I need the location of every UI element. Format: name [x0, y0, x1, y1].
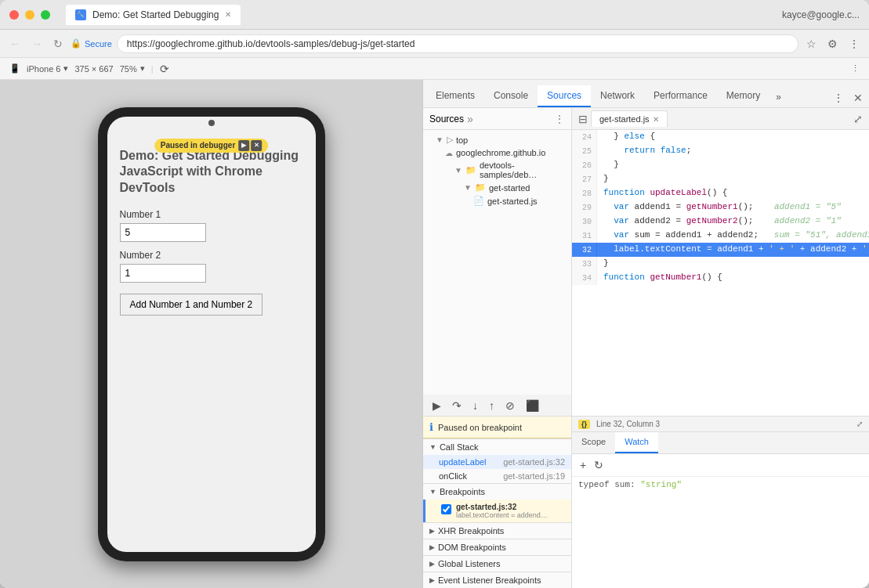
pause-exceptions-button[interactable]: ⬛	[523, 398, 542, 413]
code-editor[interactable]: 24 } else { 25 return false; 26 }	[572, 130, 869, 416]
event-listener-breakpoints-label: Event Listener Breakpoints	[438, 575, 541, 585]
browser-tab[interactable]: 🔧 Demo: Get Started Debugging ✕	[66, 5, 241, 25]
zoom-dropdown-icon: ▾	[140, 63, 145, 74]
phone-mockup: Paused in debugger ▶ ✕ Demo: Get Started…	[98, 107, 325, 561]
traffic-lights	[9, 10, 50, 20]
toolbar-right: ⋮	[851, 63, 860, 74]
forward-button[interactable]: →	[28, 34, 45, 53]
watch-scope-tabs: Scope Watch	[572, 432, 869, 454]
watch-expr-text: typeof sum:	[578, 480, 640, 489]
refresh-button[interactable]: ↻	[50, 34, 66, 53]
expand-icon[interactable]: ⤢	[856, 420, 863, 428]
add-watch-button[interactable]: +	[578, 457, 588, 473]
sources-menu-button[interactable]: ⋮	[554, 113, 565, 125]
paused-in-debugger-badge: Paused in debugger ▶ ✕	[154, 139, 269, 153]
pause-stop-ctrl[interactable]: ✕	[251, 140, 262, 151]
pause-resume-ctrl[interactable]: ▶	[238, 140, 249, 151]
line-number: 25	[572, 144, 597, 158]
tab-performance[interactable]: Performance	[644, 85, 717, 107]
code-line-28: 28 function updateLabel() {	[572, 186, 869, 200]
line-number: 30	[572, 215, 597, 229]
code-tabs: ⊟ get-started.js ✕ ⤢	[572, 108, 869, 130]
breakpoint-info: get-started.js:32 label.textContent = ad…	[456, 503, 548, 519]
zoom-selector[interactable]: 75% ▾	[120, 63, 145, 74]
line-number: 26	[572, 158, 597, 172]
add-button[interactable]: Add Number 1 and Number 2	[120, 294, 263, 316]
breakpoints-title: Breakpoints	[440, 487, 485, 496]
devtools-settings-button[interactable]: ⋮	[830, 88, 847, 107]
back-button[interactable]: ←	[6, 34, 24, 53]
xhr-breakpoints-header[interactable]: ▶ XHR Breakpoints	[423, 523, 571, 539]
close-button[interactable]	[9, 10, 19, 20]
deactivate-button[interactable]: ⊘	[502, 398, 518, 413]
browser-window: 🔧 Demo: Get Started Debugging ✕ kayce@go…	[0, 0, 869, 588]
code-tab-close-button[interactable]: ✕	[653, 115, 659, 124]
global-listeners-header[interactable]: ▶ Global Listeners	[423, 556, 571, 572]
step-out-button[interactable]: ↑	[486, 398, 498, 413]
breakpoint-code: label.textContent = addend…	[456, 511, 548, 519]
secure-badge: 🔒 Secure	[71, 38, 112, 49]
number2-label: Number 2	[120, 250, 303, 261]
dimension-display: 375 × 667	[74, 64, 113, 74]
dom-breakpoints-header[interactable]: ▶ DOM Breakpoints	[423, 539, 571, 555]
address-bar: ← → ↻ 🔒 Secure https://googlechrome.gith…	[0, 30, 869, 58]
tab-sources[interactable]: Sources	[538, 85, 591, 107]
user-info: kayce@google.c...	[782, 9, 860, 20]
number1-input[interactable]	[120, 223, 206, 242]
event-listener-breakpoints-header[interactable]: ▶ Event Listener Breakpoints	[423, 572, 571, 588]
tree-item-label: devtools-samples/deb…	[480, 161, 565, 179]
tree-item-domain[interactable]: ☁ googlechrome.github.io	[423, 146, 571, 159]
maximize-button[interactable]	[41, 10, 50, 20]
info-icon: ℹ	[429, 421, 433, 433]
call-stack-header[interactable]: ▼ Call Stack	[423, 439, 571, 455]
line-col-status: Line 32, Column 3	[596, 420, 660, 428]
extension-button[interactable]: ⚙	[824, 34, 841, 53]
lock-icon: 🔒	[71, 38, 81, 49]
tree-item-folder[interactable]: ▼ 📁 devtools-samples/deb…	[423, 159, 571, 181]
breakpoints-header[interactable]: ▼ Breakpoints	[423, 484, 571, 500]
resume-button[interactable]: ▶	[429, 398, 444, 413]
tree-item-get-started[interactable]: ▼ 📁 get-started	[423, 181, 571, 194]
step-over-button[interactable]: ↷	[449, 398, 465, 413]
tab-console[interactable]: Console	[484, 85, 538, 107]
number2-input[interactable]	[120, 264, 206, 283]
caret-icon: ▶	[429, 576, 435, 584]
code-text: }	[597, 172, 869, 186]
paused-text: Paused on breakpoint	[438, 423, 522, 432]
breakpoint-item[interactable]: get-started.js:32 label.textContent = ad…	[423, 500, 571, 522]
breakpoint-checkbox[interactable]	[441, 504, 451, 514]
split-view-button[interactable]: ⊟	[575, 111, 591, 127]
bookmark-button[interactable]: ☆	[803, 34, 820, 53]
code-line-31: 31 var sum = addend1 + addend2; sum = "5…	[572, 229, 869, 243]
folder-icon: ▷	[447, 135, 453, 145]
code-line-24: 24 } else {	[572, 130, 869, 144]
code-text: }	[597, 257, 869, 271]
main-area: Paused in debugger ▶ ✕ Demo: Get Started…	[0, 80, 869, 588]
devtools-close-button[interactable]: ✕	[850, 88, 866, 107]
folder-icon: 📁	[475, 182, 486, 193]
url-input[interactable]: https://googlechrome.github.io/devtools-…	[117, 34, 798, 53]
more-options-icon[interactable]: ⋮	[851, 63, 860, 74]
tree-item-top[interactable]: ▼ ▷ top	[423, 133, 571, 146]
tree-item-js-file[interactable]: 📄 get-started.js	[423, 194, 571, 207]
minimize-button[interactable]	[25, 10, 34, 20]
tab-memory[interactable]: Memory	[717, 85, 769, 107]
step-into-button[interactable]: ↓	[469, 398, 481, 413]
rotate-button[interactable]: ⟳	[160, 63, 169, 75]
callstack-item-updatelabel[interactable]: updateLabel get-started.js:32	[423, 455, 571, 469]
sources-more-button[interactable]: »	[467, 113, 473, 125]
tab-elements[interactable]: Elements	[426, 85, 484, 107]
tab-network[interactable]: Network	[591, 85, 644, 107]
device-selector[interactable]: iPhone 6 ▾	[27, 63, 68, 74]
callstack-item-onclick[interactable]: onClick get-started.js:19	[423, 469, 571, 483]
menu-button[interactable]: ⋮	[845, 34, 863, 53]
code-tab-active[interactable]: get-started.js ✕	[591, 110, 668, 127]
tab-scope[interactable]: Scope	[572, 432, 615, 453]
code-line-34: 34 function getNumber1() {	[572, 271, 869, 285]
tab-close-button[interactable]: ✕	[225, 10, 231, 19]
tab-watch[interactable]: Watch	[615, 432, 658, 453]
tab-favicon: 🔧	[75, 9, 86, 20]
more-tabs-button[interactable]: »	[769, 87, 788, 107]
expand-button[interactable]: ⤢	[850, 111, 866, 127]
refresh-watch-button[interactable]: ↻	[592, 457, 605, 473]
